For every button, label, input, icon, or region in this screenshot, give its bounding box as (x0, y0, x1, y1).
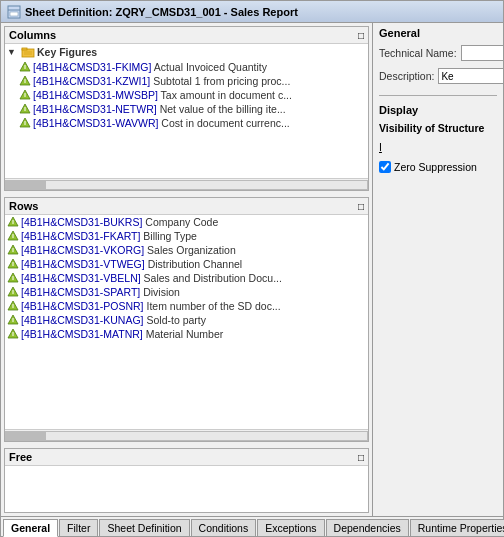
char-icon-1 (7, 216, 19, 228)
tab-filter[interactable]: Filter (59, 519, 98, 536)
free-title: Free (9, 451, 32, 463)
row-spart-label: [4B1H&CMSD31-SPART] Division (21, 286, 180, 298)
row-item-posnr[interactable]: [4B1H&CMSD31-POSNR] Item number of the S… (5, 299, 368, 313)
row-posnr-label: [4B1H&CMSD31-POSNR] Item number of the S… (21, 300, 281, 312)
row-matnr-label: [4B1H&CMSD31-MATNR] Material Number (21, 328, 223, 340)
row-item-fkart[interactable]: [4B1H&CMSD31-FKART] Billing Type (5, 229, 368, 243)
title-bar: Sheet Definition: ZQRY_CMSD31_001 - Sale… (1, 1, 503, 23)
rows-collapse-icon[interactable]: □ (358, 201, 364, 212)
char-icon-9 (7, 328, 19, 340)
char-icon-8 (7, 314, 19, 326)
row-kunag-label: [4B1H&CMSD31-KUNAG] Sold-to party (21, 314, 206, 326)
measure-icon-3 (19, 89, 31, 101)
row-vtweg-label: [4B1H&CMSD31-VTWEG] Distribution Channel (21, 258, 242, 270)
char-icon-7 (7, 300, 19, 312)
row-item-vtweg[interactable]: [4B1H&CMSD31-VTWEG] Distribution Channel (5, 257, 368, 271)
col-item-fkimg[interactable]: [4B1H&CMSD31-FKIMG] Actual Invoiced Quan… (5, 60, 368, 74)
tab-general[interactable]: General (3, 519, 58, 537)
char-icon-3 (7, 244, 19, 256)
row-item-vkorg[interactable]: [4B1H&CMSD31-VKORG] Sales Organization (5, 243, 368, 257)
tech-name-row: Technical Name: (379, 45, 497, 61)
description-input[interactable] (438, 68, 503, 84)
col-item-mwsbp[interactable]: [4B1H&CMSD31-MWSBP] Tax amount in docume… (5, 88, 368, 102)
zero-suppression-label: Zero Suppression (394, 161, 477, 173)
visibility-label: Visibility of Structure (379, 122, 497, 134)
row-item-spart[interactable]: [4B1H&CMSD31-SPART] Division (5, 285, 368, 299)
free-scroll[interactable] (5, 466, 368, 512)
col-item-kzwi1[interactable]: [4B1H&CMSD31-KZWI1] Subtotal 1 from pric… (5, 74, 368, 88)
rows-scroll[interactable]: [4B1H&CMSD31-BUKRS] Company Code [4B1H&C… (5, 215, 368, 429)
char-icon-6 (7, 286, 19, 298)
measure-icon-2 (19, 75, 31, 87)
row-item-matnr[interactable]: [4B1H&CMSD31-MATNR] Material Number (5, 327, 368, 341)
rows-title: Rows (9, 200, 38, 212)
col-wavwr-label: [4B1H&CMSD31-WAVWR] Cost in document cur… (33, 117, 290, 129)
tech-name-label: Technical Name: (379, 47, 457, 59)
char-icon-2 (7, 230, 19, 242)
free-header: Free □ (5, 449, 368, 466)
tab-bar: General Filter Sheet Definition Conditio… (1, 516, 503, 536)
row-bukrs-label: [4B1H&CMSD31-BUKRS] Company Code (21, 216, 218, 228)
char-icon-4 (7, 258, 19, 270)
col-item-netwr[interactable]: [4B1H&CMSD31-NETWR] Net value of the bil… (5, 102, 368, 116)
columns-hscrollbar-area[interactable] (5, 178, 368, 190)
tech-name-input[interactable] (461, 45, 503, 61)
measure-icon-4 (19, 103, 31, 115)
description-row: Description: (379, 68, 497, 84)
key-figures-folder[interactable]: ▼ Key Figures (5, 44, 368, 60)
row-item-vbeln[interactable]: [4B1H&CMSD31-VBELN] Sales and Distributi… (5, 271, 368, 285)
tab-runtime-properties[interactable]: Runtime Properties (410, 519, 504, 536)
row-vbeln-label: [4B1H&CMSD31-VBELN] Sales and Distributi… (21, 272, 282, 284)
zero-suppression-row: Zero Suppression (379, 161, 497, 173)
char-icon-5 (7, 272, 19, 284)
zero-suppression-checkbox[interactable] (379, 161, 391, 173)
col-netwr-label: [4B1H&CMSD31-NETWR] Net value of the bil… (33, 103, 286, 115)
main-window: Sheet Definition: ZQRY_CMSD31_001 - Sale… (0, 0, 504, 537)
general-section-title: General (379, 27, 497, 39)
columns-header: Columns □ (5, 27, 368, 44)
main-content: Columns □ ▼ Key Figures (1, 23, 503, 516)
window-title: Sheet Definition: ZQRY_CMSD31_001 - Sale… (25, 6, 298, 18)
columns-section: Columns □ ▼ Key Figures (4, 26, 369, 191)
row-vkorg-label: [4B1H&CMSD31-VKORG] Sales Organization (21, 244, 236, 256)
row-item-kunag[interactable]: [4B1H&CMSD31-KUNAG] Sold-to party (5, 313, 368, 327)
left-panel: Columns □ ▼ Key Figures (1, 23, 373, 516)
col-fkimg-label: [4B1H&CMSD31-FKIMG] Actual Invoiced Quan… (33, 61, 267, 73)
tab-dependencies[interactable]: Dependencies (326, 519, 409, 536)
expand-icon[interactable]: ▼ (7, 47, 19, 57)
window-icon (7, 5, 21, 19)
visibility-value[interactable]: I (379, 141, 497, 153)
key-figures-label: Key Figures (37, 46, 97, 58)
free-section: Free □ (4, 448, 369, 513)
free-collapse-icon[interactable]: □ (358, 452, 364, 463)
measure-icon (19, 61, 31, 73)
col-kzwi1-label: [4B1H&CMSD31-KZWI1] Subtotal 1 from pric… (33, 75, 290, 87)
rows-hscrollbar-area[interactable] (5, 429, 368, 441)
description-label: Description: (379, 70, 434, 82)
svg-rect-2 (10, 12, 18, 16)
row-item-bukrs[interactable]: [4B1H&CMSD31-BUKRS] Company Code (5, 215, 368, 229)
display-section-title: Display (379, 104, 497, 116)
tab-exceptions[interactable]: Exceptions (257, 519, 324, 536)
columns-collapse-icon[interactable]: □ (358, 30, 364, 41)
row-fkart-label: [4B1H&CMSD31-FKART] Billing Type (21, 230, 197, 242)
folder-icon (21, 45, 35, 59)
right-panel: General Technical Name: Description: Dis… (373, 23, 503, 516)
tab-conditions[interactable]: Conditions (191, 519, 257, 536)
col-mwsbp-label: [4B1H&CMSD31-MWSBP] Tax amount in docume… (33, 89, 292, 101)
rows-header: Rows □ (5, 198, 368, 215)
columns-scroll[interactable]: ▼ Key Figures (5, 44, 368, 178)
columns-title: Columns (9, 29, 56, 41)
measure-icon-5 (19, 117, 31, 129)
col-item-wavwr[interactable]: [4B1H&CMSD31-WAVWR] Cost in document cur… (5, 116, 368, 130)
tab-sheet-definition[interactable]: Sheet Definition (99, 519, 189, 536)
rows-section: Rows □ [4B1H&CMSD31-BUKRS] Company Code (4, 197, 369, 442)
svg-rect-4 (22, 48, 27, 50)
